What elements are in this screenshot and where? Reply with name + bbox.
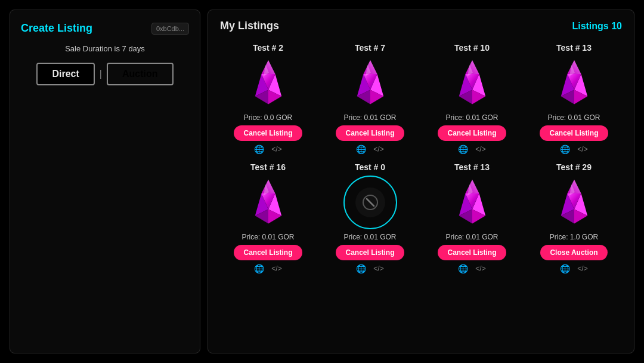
cancel-listing-button[interactable]: Cancel Listing [540, 125, 608, 141]
listing-card-card-8: Test # 29 [526, 162, 622, 273]
crystal-nft-image [547, 176, 601, 229]
code-icon[interactable]: </> [475, 264, 485, 273]
listing-card-card-5: Test # 16 [220, 162, 316, 273]
main-container: Create Listing 0xbCdb... Sale Duration i… [0, 0, 644, 363]
code-icon[interactable]: </> [271, 264, 281, 273]
listing-price: Price: 0.01 GOR [343, 113, 396, 122]
crystal-nft-image [242, 176, 295, 229]
listing-price: Price: 0.0 GOR [244, 113, 292, 122]
auction-nft-image [343, 176, 397, 229]
globe-icon[interactable]: 🌐 [254, 264, 264, 273]
crystal-nft-image [547, 56, 601, 110]
listing-card-card-2: Test # 7 [322, 43, 418, 154]
card-icon-row: 🌐</> [356, 264, 383, 273]
card-icon-row: 🌐</> [356, 144, 383, 154]
globe-icon[interactable]: 🌐 [560, 144, 570, 154]
crystal-nft-image [445, 176, 499, 229]
globe-icon[interactable]: 🌐 [356, 264, 366, 273]
listing-title: Test # 2 [253, 43, 283, 53]
crystal-nft-image [343, 56, 397, 110]
card-icon-row: 🌐</> [254, 264, 281, 273]
code-icon[interactable]: </> [577, 145, 587, 153]
listing-title: Test # 7 [355, 43, 385, 53]
listing-price: Price: 0.01 GOR [547, 113, 600, 122]
cancel-listing-button[interactable]: Cancel Listing [438, 245, 506, 260]
listing-card-card-6: Test # 0 Price: 0.01 GORCancel Listing🌐<… [322, 162, 418, 273]
right-panel: My Listings Listings 10 Test # 2 [208, 10, 634, 353]
globe-icon[interactable]: 🌐 [458, 264, 468, 273]
left-panel: Create Listing 0xbCdb... Sale Duration i… [10, 10, 200, 353]
globe-icon[interactable]: 🌐 [356, 144, 366, 154]
crystal-nft-image [445, 56, 499, 110]
right-header: My Listings Listings 10 [220, 20, 622, 32]
listing-price: Price: 0.01 GOR [242, 233, 294, 241]
wallet-badge: 0xbCdb... [151, 23, 189, 35]
card-icon-row: 🌐</> [560, 144, 587, 154]
globe-icon[interactable]: 🌐 [254, 144, 264, 154]
code-icon[interactable]: </> [373, 264, 383, 273]
cancel-listing-button[interactable]: Cancel Listing [336, 245, 404, 260]
card-icon-row: 🌐</> [458, 264, 485, 273]
cancel-listing-button[interactable]: Cancel Listing [234, 125, 302, 141]
cancel-listing-button[interactable]: Cancel Listing [336, 125, 404, 141]
card-icon-row: 🌐</> [458, 144, 485, 154]
listing-card-card-1: Test # 2 [220, 43, 316, 154]
sale-duration: Sale Duration is 7 days [21, 44, 189, 53]
listing-price: Price: 0.01 GOR [343, 233, 396, 241]
listing-price: Price: 0.01 GOR [445, 113, 498, 122]
listing-card-card-4: Test # 13 [526, 43, 622, 154]
globe-icon[interactable]: 🌐 [458, 144, 468, 154]
listing-title: Test # 13 [556, 43, 592, 53]
globe-icon[interactable]: 🌐 [560, 264, 570, 273]
listing-type-row: Direct | Auction [21, 63, 189, 85]
listings-grid: Test # 2 [220, 43, 622, 273]
listing-title: Test # 29 [556, 162, 592, 172]
left-panel-header: Create Listing 0xbCdb... [21, 22, 189, 35]
listing-card-card-3: Test # 10 [424, 43, 520, 154]
listing-title: Test # 16 [250, 162, 286, 172]
code-icon[interactable]: </> [271, 145, 281, 153]
listing-title: Test # 10 [454, 43, 490, 53]
my-listings-title: My Listings [220, 20, 279, 32]
code-icon[interactable]: </> [475, 145, 485, 153]
cancel-listing-button[interactable]: Cancel Listing [234, 245, 302, 260]
code-icon[interactable]: </> [577, 264, 587, 273]
direct-button[interactable]: Direct [36, 63, 94, 85]
card-icon-row: 🌐</> [560, 264, 587, 273]
listing-title: Test # 0 [355, 162, 385, 172]
close-auction-button[interactable]: Close Auction [540, 245, 607, 260]
listing-price: Price: 0.01 GOR [445, 233, 498, 241]
svg-line-36 [367, 199, 374, 206]
auction-icon [355, 187, 385, 217]
listing-card-card-7: Test # 13 [424, 162, 520, 273]
card-icon-row: 🌐</> [254, 144, 281, 154]
auction-button[interactable]: Auction [107, 63, 174, 85]
type-divider: | [100, 69, 102, 79]
cancel-listing-button[interactable]: Cancel Listing [438, 125, 506, 141]
listing-title: Test # 13 [454, 162, 490, 172]
listing-price: Price: 1.0 GOR [550, 233, 598, 241]
crystal-nft-image [242, 56, 295, 110]
listings-count: Listings 10 [572, 21, 622, 32]
create-listing-title: Create Listing [21, 22, 92, 35]
code-icon[interactable]: </> [373, 145, 383, 153]
